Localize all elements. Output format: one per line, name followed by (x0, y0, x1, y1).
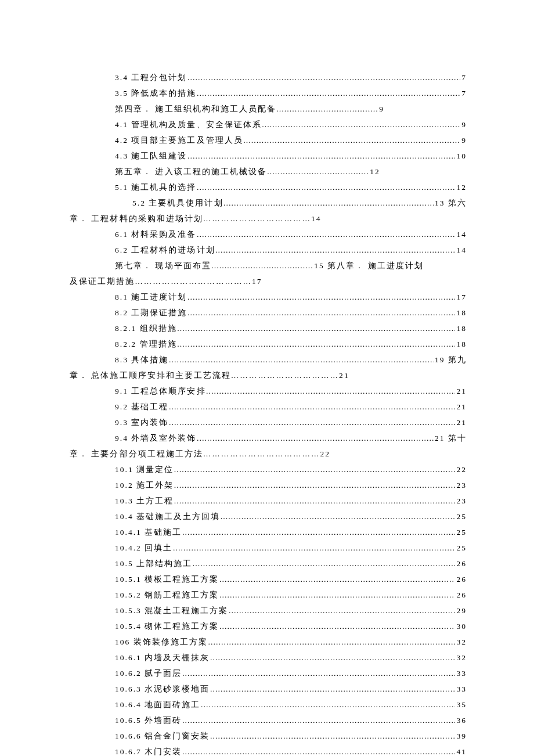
toc-title: 8.3 具体措施 (115, 352, 168, 368)
toc-leader-dots: …………………………………………………………………………………………………………… (219, 571, 456, 587)
toc-title: 10.5.1 模板工程施工方案 (115, 571, 219, 587)
toc-title: 10.2 施工外架 (115, 477, 174, 493)
toc-title: 9.2 基础工程 (115, 399, 168, 415)
toc-leader-dots: …………………………………………………………………………………………………………… (187, 305, 456, 321)
toc-title: 10.5.3 混凝土工程施工方案 (115, 603, 229, 618)
toc-page-number: 9 (460, 132, 467, 148)
toc-leader-dots: …………………………………………………………………………………………………………… (177, 336, 456, 352)
toc-entry: 10.6.2 腻子面层……………………………………………………………………………… (70, 665, 467, 681)
toc-entry: 10.6.6 铝合金门窗安装……………………………………………………………………… (70, 728, 467, 744)
toc-leader-dots: …………………………………………………………………………………………………………… (168, 415, 455, 430)
toc-entry-continuation: 及保证工期措施…………………………………17 (70, 273, 467, 289)
toc-page-number: 18 (455, 336, 467, 352)
toc-title: 4.1 管理机构及质量、安全保证体系 (115, 117, 262, 132)
toc-entry: 9.4 外墙及室外装饰……………………………………………………………………………… (70, 430, 467, 446)
toc-page-number: 7 (460, 70, 467, 85)
toc-title: 10.1 测量定位 (115, 462, 174, 477)
toc-entry: 10.6.4 地面面砖施工………………………………………………………………………… (70, 697, 467, 712)
toc-title: 10.6.4 地面面砖施工 (115, 697, 200, 712)
toc-leader-dots: …………………………………………………………………………………………………………… (172, 540, 455, 556)
toc-entry: 4.3 施工队组建设………………………………………………………………………………… (70, 148, 467, 164)
toc-entry: 106 装饰装修施工方案…………………………………………………………………………… (70, 634, 467, 650)
toc-page-number: 25 (455, 540, 467, 556)
toc-continuation-text: 及保证工期措施…………………………………17 (70, 273, 262, 289)
toc-page-number: 39 (455, 728, 467, 744)
toc-entry: 10.2 施工外架…………………………………………………………………………………… (70, 477, 467, 493)
toc-entry: 10.6.3 水泥砂浆楼地面……………………………………………………………………… (70, 681, 467, 697)
toc-title: 第四章． 施工组织机构和施工人员配备 (115, 101, 276, 117)
toc-title: 10.6.6 铝合金门窗安装 (115, 728, 210, 744)
toc-title: 10.6.2 腻子面层 (115, 665, 182, 681)
toc-entry: 10.5.4 砌体工程施工方案…………………………………………………………………… (70, 618, 467, 634)
toc-entry: 3.5 降低成本的措施……………………………………………………………………………… (70, 85, 467, 101)
toc-entry: 6.1 材料采购及准备……………………………………………………………………………… (70, 226, 467, 242)
toc-continuation-text: 章． 总体施工顺序安排和主要工艺流程………………………………21 (70, 368, 349, 383)
toc-page-number: 21 (455, 399, 467, 415)
toc-entry: 第四章． 施工组织机构和施工人员配备…………………………………9 (70, 101, 467, 117)
table-of-contents: 3.4 工程分包计划………………………………………………………………………………… (70, 70, 467, 756)
toc-entry-continuation: 章． 工程材料的采购和进场计划………………………………14 (70, 211, 467, 226)
toc-leader-dots: …………………………………………………………………………………………………………… (229, 603, 456, 618)
toc-page-number: 21 (455, 383, 467, 399)
toc-entry: 9.1 工程总体顺序安排…………………………………………………………………………… (70, 383, 467, 399)
toc-entry: 8.2.2 管理措施………………………………………………………………………………… (70, 336, 467, 352)
toc-entry: 9.2 基础工程……………………………………………………………………………………… (70, 399, 467, 415)
toc-entry: 5.1 施工机具的选择……………………………………………………………………………… (70, 179, 467, 195)
toc-title: 3.4 工程分包计划 (115, 70, 187, 85)
toc-leader-dots: ………………………………… (276, 101, 378, 117)
toc-title: 10.4 基础施工及土方回填 (115, 509, 220, 524)
toc-title: 5.1 施工机具的选择 (115, 179, 197, 195)
toc-leader-dots: …………………………………………………………………………………………………………… (208, 634, 456, 650)
toc-leader-dots: …………………………………………………………………………………………………………… (197, 430, 434, 446)
toc-title: 10.5.4 砌体工程施工方案 (115, 618, 219, 634)
toc-entry: 10.6.7 木门安装……………………………………………………………………………… (70, 744, 467, 756)
toc-entry: 4.2 项目部主要施工及管理人员………………………………………………………………… (70, 132, 467, 148)
toc-leader-dots: …………………………………………………………………………………………………………… (215, 242, 456, 258)
toc-title: 4.3 施工队组建设 (115, 148, 187, 164)
toc-page-number: 9 (378, 101, 384, 117)
toc-leader-dots: …………………………………………………………………………………………………………… (243, 132, 461, 148)
toc-leader-dots: …………………………………………………………………………………………………………… (223, 195, 434, 211)
toc-title: 10.4.2 回填土 (115, 540, 172, 556)
toc-title: 8.2.2 管理措施 (115, 336, 177, 352)
toc-entry: 9.3 室内装饰……………………………………………………………………………………… (70, 415, 467, 430)
toc-page-number: 18 (455, 321, 467, 336)
toc-page-number: 26 (455, 571, 467, 587)
toc-page-number: 7 (460, 85, 467, 101)
toc-entry: 10.1 测量定位…………………………………………………………………………………… (70, 462, 467, 477)
toc-entry: 6.2 工程材料的进场计划………………………………………………………………………… (70, 242, 467, 258)
toc-title: 4.2 项目部主要施工及管理人员 (115, 132, 243, 148)
toc-page-number: 9 (460, 117, 467, 132)
toc-leader-dots: …………………………………………………………………………………………………………… (174, 477, 455, 493)
toc-page-number: 21 (455, 415, 467, 430)
toc-leader-dots: …………………………………………………………………………………………………………… (182, 665, 455, 681)
toc-page-number: 36 (455, 712, 467, 728)
toc-title: 9.4 外墙及室外装饰 (115, 430, 197, 446)
toc-leader-dots: …………………………………………………………………………………………………………… (220, 509, 455, 524)
toc-page-number: 13 第六 (434, 195, 467, 211)
toc-title: 第五章． 进入该工程的施工机械设备 (115, 164, 267, 179)
toc-title: 10.6.1 内墙及天棚抹灰 (115, 650, 210, 665)
toc-page-number: 32 (455, 650, 467, 665)
toc-page-number: 19 第九 (434, 352, 467, 368)
toc-page-number: 22 (455, 462, 467, 477)
toc-entry: 10.4.2 回填土………………………………………………………………………………… (70, 540, 467, 556)
toc-page-number: 33 (455, 681, 467, 697)
toc-continuation-text: 章． 工程材料的采购和进场计划………………………………14 (70, 211, 322, 226)
toc-leader-dots: …………………………………………………………………………………………………………… (187, 70, 461, 85)
toc-title: 10.4.1 基础施工 (115, 524, 182, 540)
toc-title: 6.1 材料采购及准备 (115, 226, 197, 242)
toc-entry: 10.6.5 外墙面砖……………………………………………………………………………… (70, 712, 467, 728)
toc-leader-dots: …………………………………………………………………………………………………………… (168, 399, 455, 415)
toc-leader-dots: …………………………………………………………………………………………………………… (200, 697, 455, 712)
toc-page-number: 26 (455, 587, 467, 603)
toc-leader-dots: …………………………………………………………………………………………………………… (197, 179, 456, 195)
toc-leader-dots: …………………………………………………………………………………………………………… (174, 493, 455, 509)
toc-leader-dots: …………………………………………………………………………………………………………… (182, 712, 455, 728)
toc-title: 8.2 工期保证措施 (115, 305, 187, 321)
toc-title: 10.3 土方工程 (115, 493, 174, 509)
toc-page-number: 18 (455, 305, 467, 321)
toc-leader-dots: …………………………………………………………………………………………………………… (206, 383, 456, 399)
toc-page-number: 14 (455, 242, 467, 258)
toc-leader-dots: …………………………………………………………………………………………………………… (219, 587, 456, 603)
